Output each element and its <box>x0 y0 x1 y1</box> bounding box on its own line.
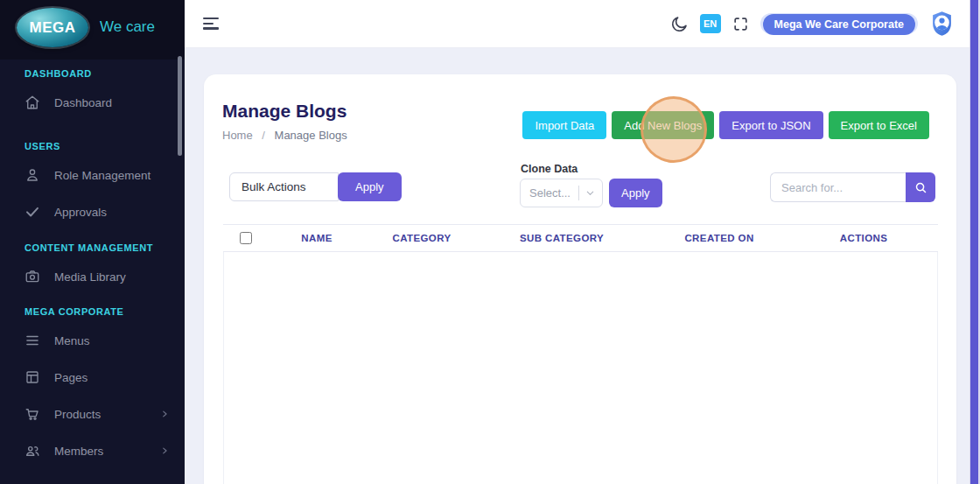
add-new-blogs-button[interactable]: Add New Blogs <box>612 111 714 139</box>
brand-logo[interactable]: MEGA We care <box>0 0 185 60</box>
search-input[interactable] <box>770 172 906 202</box>
sidebar-scrollbar[interactable] <box>178 56 182 156</box>
breadcrumb-separator: / <box>262 129 265 142</box>
breadcrumb-home[interactable]: Home <box>222 129 253 142</box>
export-excel-button[interactable]: Export to Excel <box>829 111 929 139</box>
sidebar-item-label: Pages <box>54 371 88 384</box>
clone-apply-button[interactable]: Apply <box>609 179 662 207</box>
brand-tagline: We care <box>100 18 155 36</box>
members-icon <box>24 443 40 459</box>
page-scrollbar[interactable] <box>970 0 980 484</box>
search-group <box>770 172 935 202</box>
sidebar-item-dashboard[interactable]: Dashboard <box>0 84 181 121</box>
fullscreen-icon[interactable] <box>732 16 749 32</box>
bulk-apply-button[interactable]: Apply <box>338 172 402 201</box>
table-body-empty <box>223 252 938 484</box>
col-header-sub-category: SUB CATEGORY <box>479 233 645 243</box>
bulk-actions-group: Bulk Actions Apply <box>229 172 402 201</box>
app-window: MEGA We care DASHBOARD Dashboard USERS R… <box>0 0 980 484</box>
sidebar: MEGA We care DASHBOARD Dashboard USERS R… <box>0 0 185 484</box>
cart-icon <box>24 406 40 422</box>
search-icon <box>914 181 928 194</box>
sidebar-item-partial[interactable] <box>0 469 181 484</box>
page-title: Manage Blogs <box>222 101 346 122</box>
clone-data-select[interactable]: Select... <box>520 179 603 207</box>
toolbar: Import Data Add New Blogs Export to JSON… <box>522 111 929 139</box>
sidebar-item-label: Role Management <box>54 169 150 182</box>
page-scrollbar-thumb[interactable] <box>970 0 978 484</box>
clone-data-label: Clone Data <box>521 163 578 175</box>
sidebar-item-label: Menus <box>54 334 90 347</box>
dark-mode-toggle[interactable] <box>670 15 689 33</box>
check-icon <box>24 204 40 220</box>
sidebar-toggle-button[interactable] <box>203 18 219 30</box>
account-button[interactable]: Mega We Care Corporate <box>760 13 918 34</box>
brand-name: MEGA <box>30 19 76 37</box>
section-dashboard: DASHBOARD <box>24 66 176 81</box>
chevron-right-icon <box>160 410 169 418</box>
select-divider <box>578 186 579 200</box>
sidebar-item-products[interactable]: Products <box>0 396 181 432</box>
manage-blogs-card: Manage Blogs Home / Manage Blogs Import … <box>204 74 956 484</box>
language-badge[interactable]: EN <box>700 14 721 33</box>
col-header-created-on: CREATED ON <box>645 233 794 243</box>
select-all-cell <box>223 232 269 244</box>
sidebar-item-label: Dashboard <box>54 96 112 109</box>
layout-icon <box>24 369 40 385</box>
sidebar-item-label: Approvals <box>54 206 107 219</box>
home-icon <box>24 95 40 110</box>
clone-select-value: Select... <box>529 186 578 200</box>
sidebar-item-label: Media Library <box>54 270 126 284</box>
col-header-name: NAME <box>269 233 365 243</box>
sidebar-item-role-management[interactable]: Role Management <box>0 157 181 193</box>
sidebar-item-media-library[interactable]: Media Library <box>0 258 181 295</box>
topbar: EN Mega We Care Corporate <box>185 0 970 48</box>
sidebar-item-members[interactable]: Members <box>0 432 181 469</box>
search-button[interactable] <box>906 172 935 202</box>
avatar-shield-icon[interactable] <box>929 11 955 37</box>
sidebar-item-pages[interactable]: Pages <box>0 359 181 396</box>
section-users: USERS <box>24 138 176 154</box>
col-header-category: CATEGORY <box>365 233 479 243</box>
user-icon <box>24 167 40 183</box>
section-mega-corporate: MEGA CORPORATE <box>24 304 176 319</box>
blogs-table: NAME CATEGORY SUB CATEGORY CREATED ON AC… <box>223 224 938 484</box>
import-data-button[interactable]: Import Data <box>522 111 606 139</box>
sidebar-item-label: Products <box>54 408 101 421</box>
menu-lines-icon <box>24 333 40 348</box>
camera-icon <box>24 269 40 284</box>
section-content-management: CONTENT MANAGEMENT <box>24 240 176 256</box>
sidebar-item-menus[interactable]: Menus <box>0 322 181 359</box>
export-json-button[interactable]: Export to JSON <box>719 111 822 139</box>
mega-logo-ellipse: MEGA <box>17 8 88 47</box>
sidebar-item-approvals[interactable]: Approvals <box>0 193 181 230</box>
clone-data-group: Select... Apply <box>520 179 662 207</box>
col-header-actions: ACTIONS <box>794 233 934 243</box>
select-all-checkbox[interactable] <box>240 232 252 244</box>
bulk-actions-select[interactable]: Bulk Actions <box>229 172 339 201</box>
chevron-down-icon <box>585 188 595 198</box>
table-header-row: NAME CATEGORY SUB CATEGORY CREATED ON AC… <box>223 224 938 252</box>
sidebar-item-label: Members <box>54 445 103 458</box>
account-button-label: Mega We Care Corporate <box>763 14 915 35</box>
chevron-right-icon <box>160 446 169 455</box>
breadcrumb: Home / Manage Blogs <box>222 129 347 142</box>
breadcrumb-current: Manage Blogs <box>275 129 347 142</box>
